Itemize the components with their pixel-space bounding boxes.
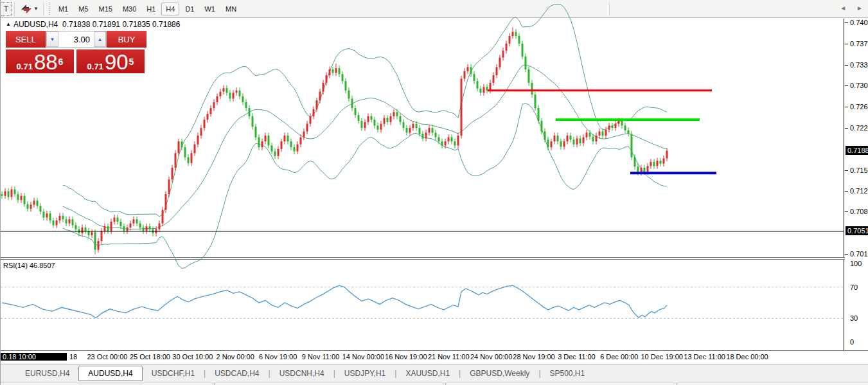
price-tick-label: 0.71560: [850, 166, 868, 174]
candle-body: [666, 151, 668, 159]
candle-body: [281, 141, 283, 149]
candle-body: [544, 132, 546, 140]
candle-body: [43, 211, 45, 217]
toolbar-drag-handle[interactable]: [48, 3, 51, 15]
candle-body: [570, 136, 572, 139]
candle-body: [512, 32, 514, 36]
timeframe-h1[interactable]: H1: [142, 3, 160, 15]
candle-body: [580, 139, 581, 143]
text-tool-button[interactable]: T: [1, 2, 12, 16]
chart-tab-eurusd[interactable]: EURUSD,H4: [16, 366, 78, 381]
chart-tab-usdcnh[interactable]: USDCNH,H4: [270, 366, 333, 381]
candle-body: [271, 145, 273, 151]
candle-body: [21, 196, 22, 200]
candle-body: [480, 89, 482, 93]
rsi-chart[interactable]: [1, 259, 844, 350]
sell-button[interactable]: SELL: [6, 31, 46, 48]
candle-body: [207, 114, 209, 120]
candle-body: [300, 138, 302, 145]
chart-tab-audusd[interactable]: AUDUSD,H4: [78, 366, 142, 381]
volume-decrease-button[interactable]: ▼: [46, 31, 58, 47]
candle-body: [560, 141, 562, 147]
candle-body: [377, 125, 379, 129]
candle-body: [69, 219, 71, 223]
candle-body: [104, 226, 106, 231]
candle-body: [111, 222, 112, 231]
timeframe-d1[interactable]: D1: [181, 3, 199, 15]
candle-body: [551, 141, 553, 147]
rsi-tick-label: 100: [850, 260, 862, 267]
candle-body: [268, 136, 270, 146]
time-axis[interactable]: 0.18 10:001823 Oct 00:0025 Oct 18:0030 O…: [1, 351, 844, 363]
timeframe-mn[interactable]: MN: [221, 3, 241, 15]
candle-body: [499, 58, 501, 67]
candle-body: [396, 112, 398, 116]
buy-button[interactable]: BUY: [107, 31, 146, 48]
candle-body: [258, 138, 260, 148]
rsi-line: [2, 285, 667, 318]
chart-tab-usdchf[interactable]: USDCHF,H1: [143, 366, 204, 381]
candle-body: [72, 219, 74, 225]
sell-price-prefix: 0.71: [17, 62, 33, 71]
candle-body: [194, 145, 196, 154]
time-tick-label: 2 Nov 00:00: [217, 353, 254, 361]
price-tick-mark: [845, 65, 848, 66]
candle-body: [287, 136, 289, 141]
candle-body: [213, 102, 215, 108]
candle-body: [1, 194, 3, 196]
price-tick-mark: [845, 107, 848, 107]
arrange-arrows-icon[interactable]: [20, 3, 33, 15]
candle-body: [117, 218, 119, 222]
candle-body: [647, 166, 649, 172]
candle-body: [24, 196, 26, 204]
chevron-down-icon[interactable]: ▼: [33, 6, 39, 12]
candle-body: [355, 108, 357, 115]
timeframe-m15[interactable]: M15: [94, 3, 116, 15]
candle-body: [107, 226, 109, 231]
candle-body: [27, 204, 29, 209]
scroll-right-icon[interactable]: ►: [856, 4, 863, 12]
candle-body: [535, 94, 536, 108]
candle-body: [127, 228, 128, 231]
candle-body: [114, 218, 116, 222]
candle-body: [390, 116, 392, 122]
timeframe-m5[interactable]: M5: [74, 3, 93, 15]
time-tick-label: 25 Oct 18:00: [130, 353, 170, 361]
price-axis[interactable]: 0.740800.737200.733600.730000.726400.722…: [845, 19, 868, 350]
candle-body: [181, 141, 183, 147]
chart-tab-xauusd[interactable]: XAUUSD,H1: [396, 366, 459, 381]
timeframe-m30[interactable]: M30: [118, 3, 141, 15]
chart-tab-sp500[interactable]: SP500,H1: [541, 366, 594, 381]
candle-body: [11, 190, 13, 197]
volume-increase-button[interactable]: ▲: [94, 31, 106, 47]
timeframe-m1[interactable]: M1: [54, 3, 73, 15]
candle-body: [515, 32, 517, 36]
candle-body: [425, 132, 427, 138]
pane-splitter[interactable]: [1, 257, 868, 258]
chart-tab-usdcad[interactable]: USDCAD,H4: [206, 366, 268, 381]
candle-body: [255, 127, 257, 137]
timeframe-h4[interactable]: H4: [161, 3, 179, 15]
candle-body: [313, 109, 315, 116]
candle-body: [419, 128, 421, 134]
price-tick-mark: [845, 170, 848, 171]
price-tick-mark: [845, 22, 848, 23]
candle-body: [592, 137, 594, 141]
ohlc-values: 0.71838 0.71891 0.71835 0.71886: [62, 20, 181, 29]
buy-price-tile[interactable]: 0.71905: [76, 49, 145, 73]
volume-input[interactable]: 3.00: [58, 31, 94, 47]
chart-tab-gbpusd[interactable]: GBPUSD,Weekly: [461, 366, 538, 381]
sell-price-tile[interactable]: 0.71886: [6, 49, 74, 73]
candle-body: [332, 69, 334, 73]
candle-body: [172, 168, 173, 179]
time-tick-label: 21 Nov 11:00: [428, 353, 470, 361]
scroll-left-icon[interactable]: ◄: [840, 4, 846, 12]
candle-body: [509, 36, 511, 44]
timeframe-w1[interactable]: W1: [200, 3, 220, 15]
price-marker-box: 0.70514: [846, 226, 868, 235]
chart-tab-usdjpy[interactable]: USDJPY,H1: [335, 366, 394, 381]
candle-body: [220, 92, 222, 96]
candle-body: [184, 147, 186, 157]
toolbar-separator: [609, 2, 610, 16]
candle-body: [621, 121, 623, 125]
